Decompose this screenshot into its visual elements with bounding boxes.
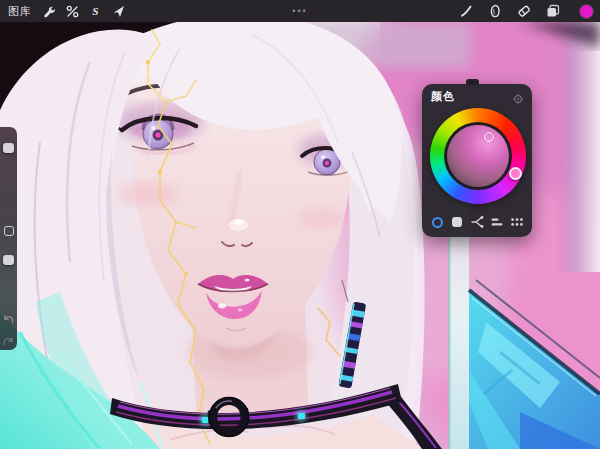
adjustments-icon bbox=[65, 4, 80, 19]
saturation-brightness-disc[interactable] bbox=[447, 125, 509, 187]
opacity-slider-handle[interactable] bbox=[3, 255, 14, 265]
color-settings-button[interactable] bbox=[512, 91, 524, 103]
toolbar-center-group: ••• bbox=[292, 0, 307, 22]
undo-button[interactable] bbox=[2, 313, 15, 326]
app-screen: 图库 S bbox=[0, 0, 600, 449]
redo-button[interactable] bbox=[2, 335, 15, 348]
tab-palettes[interactable] bbox=[509, 214, 525, 230]
layers-icon bbox=[545, 3, 561, 19]
layers-button[interactable] bbox=[545, 3, 561, 19]
color-panel: 颜色 bbox=[422, 84, 532, 237]
brush-size-slider-handle[interactable] bbox=[3, 143, 14, 153]
gear-icon bbox=[512, 93, 524, 105]
smudge-button[interactable] bbox=[487, 3, 503, 19]
tab-harmony[interactable] bbox=[469, 214, 485, 230]
redo-icon bbox=[2, 336, 15, 349]
color-wheel[interactable] bbox=[430, 108, 526, 204]
tab-value[interactable] bbox=[489, 214, 505, 230]
wrench-icon bbox=[42, 4, 57, 19]
harmony-mode-icon bbox=[470, 215, 484, 229]
current-color-button[interactable] bbox=[580, 5, 593, 18]
color-panel-header: 颜色 bbox=[431, 89, 524, 104]
disc-mode-icon bbox=[432, 217, 443, 228]
actions-wrench-button[interactable] bbox=[41, 3, 57, 19]
tab-disc[interactable] bbox=[429, 214, 445, 230]
smudge-finger-icon bbox=[487, 3, 503, 19]
classic-mode-icon bbox=[452, 217, 462, 227]
hue-selector[interactable] bbox=[509, 167, 522, 180]
gallery-button[interactable]: 图库 bbox=[8, 4, 31, 19]
side-toolbar bbox=[0, 127, 17, 350]
undo-icon bbox=[2, 314, 15, 327]
brush-icon bbox=[458, 3, 474, 19]
svg-text:S: S bbox=[92, 5, 98, 17]
toolbar-left-group: 图库 S bbox=[0, 0, 126, 22]
adjustments-button[interactable] bbox=[64, 3, 80, 19]
palettes-mode-icon bbox=[510, 215, 524, 229]
modify-button[interactable] bbox=[4, 226, 14, 236]
value-mode-icon bbox=[490, 215, 504, 229]
toolbar-right-group bbox=[458, 0, 600, 22]
top-toolbar: 图库 S bbox=[0, 0, 600, 22]
transform-button[interactable] bbox=[110, 3, 126, 19]
paint-brush-button[interactable] bbox=[458, 3, 474, 19]
opacity-slider[interactable] bbox=[0, 245, 17, 307]
color-panel-notch bbox=[466, 79, 479, 85]
selection-button[interactable]: S bbox=[87, 3, 103, 19]
disc-selector[interactable] bbox=[484, 132, 494, 142]
canvas-overflow-button[interactable]: ••• bbox=[292, 6, 307, 16]
transform-arrow-icon bbox=[111, 4, 126, 19]
erase-button[interactable] bbox=[516, 3, 532, 19]
color-mode-tabs bbox=[429, 214, 525, 230]
tab-classic[interactable] bbox=[449, 214, 465, 230]
selection-icon: S bbox=[88, 4, 103, 19]
eraser-icon bbox=[516, 3, 532, 19]
brush-size-slider[interactable] bbox=[0, 127, 17, 222]
color-panel-title: 颜色 bbox=[431, 89, 455, 104]
